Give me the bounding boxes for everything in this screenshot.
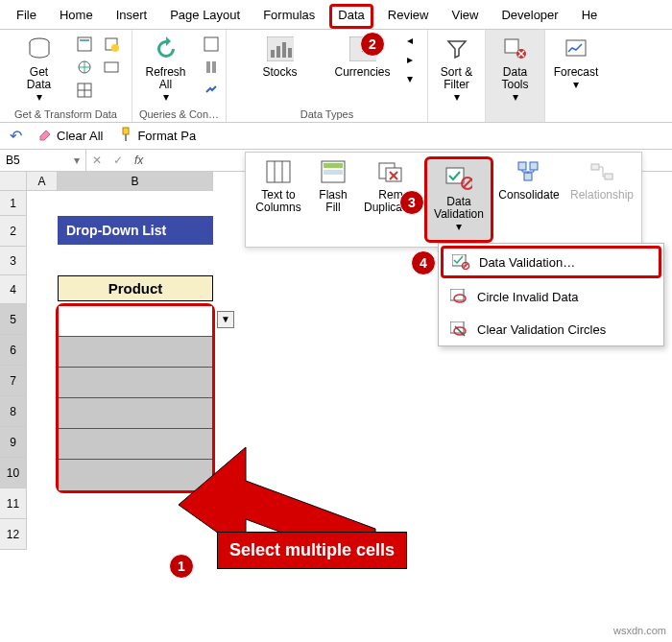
group-queries: Refresh All ▾ Queries & Con… [132, 30, 227, 122]
menu-clear-circles[interactable]: Clear Validation Circles [439, 313, 663, 345]
row-header-10[interactable]: 10 [0, 458, 27, 488]
title-cell: Drop-Down List [58, 216, 213, 245]
stocks-label: Stocks [262, 66, 297, 79]
group-label-queries: Queries & Con… [139, 107, 219, 120]
name-box[interactable]: B5 ▾ [0, 150, 86, 171]
row-header-9[interactable]: 9 [0, 427, 27, 458]
row-header-5[interactable]: 5 [0, 304, 27, 335]
group-label-types: Data Types [300, 107, 353, 120]
enter-icon[interactable]: ✓ [108, 154, 129, 167]
fx-icon[interactable]: fx [129, 154, 149, 167]
row-header-12[interactable]: 12 [0, 519, 27, 550]
sort-filter-label: Sort & Filter [441, 66, 472, 91]
consolidate-button[interactable]: Consolidate [493, 156, 564, 243]
relationships-icon [588, 158, 615, 185]
data-validation-icon [445, 165, 472, 192]
refresh-all-button[interactable]: Refresh All ▾ [137, 34, 195, 107]
stocks-button[interactable]: Stocks [242, 34, 319, 81]
select-all-corner[interactable] [0, 172, 27, 191]
row-header-1[interactable]: 1 [0, 191, 27, 216]
chevron-right-icon[interactable]: ▸ [407, 53, 413, 66]
tab-view[interactable]: View [443, 4, 487, 29]
funnel-icon [444, 36, 470, 62]
data-tools-icon [502, 36, 529, 62]
from-table-icon[interactable] [74, 80, 95, 101]
from-text-icon[interactable] [74, 34, 95, 55]
chevron-down-icon: ▾ [573, 79, 579, 91]
svg-rect-40 [518, 162, 526, 170]
menu-data-validation[interactable]: Data Validation… [441, 246, 661, 278]
data-tools-label: Data Tools [501, 66, 528, 91]
get-data-button[interactable]: Get Data ▾ [11, 34, 68, 107]
cell-b8[interactable] [59, 398, 212, 429]
tab-insert[interactable]: Insert [108, 4, 156, 29]
row-header-3[interactable]: 3 [0, 247, 27, 275]
chevron-down-icon: ▾ [74, 154, 80, 167]
row-header-6[interactable]: 6 [0, 335, 27, 366]
svg-rect-14 [271, 50, 275, 58]
row-header-7[interactable]: 7 [0, 366, 27, 396]
existing-connections-icon[interactable] [101, 57, 122, 78]
from-web-icon[interactable] [74, 57, 95, 78]
data-tools-button[interactable]: Data Tools ▾ [491, 34, 540, 107]
callout: Select multiple cells [217, 532, 407, 569]
more-types-icon[interactable]: ▾ [407, 72, 413, 85]
chevron-down-icon: ▼ [221, 314, 230, 324]
paintbrush-icon [118, 127, 133, 145]
flash-fill-button[interactable]: Flash Fill [309, 156, 357, 243]
row-header-8[interactable]: 8 [0, 396, 27, 427]
recent-sources-icon[interactable] [101, 34, 122, 55]
clear-all-button[interactable]: Clear All [37, 127, 103, 145]
ribbon-tabs: File Home Insert Page Layout Formulas Da… [0, 0, 672, 30]
forecast-icon [563, 36, 589, 62]
tab-developer[interactable]: Developer [492, 4, 566, 29]
database-icon [26, 36, 53, 62]
tab-formulas[interactable]: Formulas [254, 4, 324, 29]
svg-point-8 [111, 44, 119, 52]
callout-text: Select multiple cells [217, 532, 407, 569]
row-header-4[interactable]: 4 [0, 275, 27, 304]
dropdown-arrow-button[interactable]: ▼ [217, 311, 234, 328]
tab-file[interactable]: File [8, 4, 45, 29]
chevron-down-icon: ▾ [163, 91, 169, 104]
tab-page-layout[interactable]: Page Layout [161, 4, 249, 29]
group-get-transform: Get Data ▾ Get & Transform Data [0, 30, 132, 122]
group-data-types: Stocks ¤ Currencies ◂ ▸ ▾ Data Types [227, 30, 428, 122]
chevron-left-icon[interactable]: ◂ [407, 34, 413, 47]
tab-help[interactable]: He [573, 4, 607, 29]
sort-filter-button[interactable]: Sort & Filter ▾ [433, 34, 481, 107]
queries-icon[interactable] [201, 34, 222, 55]
cell-b5[interactable] [59, 306, 212, 337]
svg-rect-20 [505, 39, 518, 53]
svg-rect-15 [276, 46, 280, 58]
watermark: wsxdn.com [613, 625, 666, 636]
data-validation-button[interactable]: Data Validation ▾ [424, 156, 493, 243]
col-header-a[interactable]: A [27, 172, 58, 191]
cell-b6[interactable] [59, 337, 212, 368]
forecast-button[interactable]: Forecast ▾ [549, 34, 603, 93]
tab-home[interactable]: Home [51, 4, 102, 29]
svg-rect-9 [105, 62, 118, 72]
undo-button[interactable]: ↶ [10, 127, 22, 145]
edit-links-icon[interactable] [201, 80, 222, 101]
clear-circles-icon [450, 321, 468, 338]
data-tools-popup: Text to Columns Flash Fill Rem Duplicate… [245, 152, 642, 248]
svg-rect-2 [80, 39, 89, 41]
validation-check-icon [452, 253, 469, 271]
menu-circle-invalid[interactable]: Circle Invalid Data [439, 280, 663, 313]
cell-b7[interactable] [59, 368, 212, 398]
row-header-2[interactable]: 2 [0, 216, 27, 247]
cancel-icon[interactable]: ✕ [86, 154, 108, 167]
secondary-toolbar: ↶ Clear All Format Pa [0, 123, 672, 150]
svg-rect-12 [212, 61, 216, 73]
row-header-11[interactable]: 11 [0, 488, 27, 519]
svg-rect-32 [324, 170, 343, 175]
tab-data[interactable]: Data [329, 4, 372, 29]
properties-icon[interactable] [201, 57, 222, 78]
text-to-columns-button[interactable]: Text to Columns [248, 156, 309, 243]
col-header-b[interactable]: B [58, 172, 213, 191]
svg-rect-17 [288, 48, 292, 58]
tab-review[interactable]: Review [379, 4, 438, 29]
format-painter-button[interactable]: Format Pa [118, 127, 196, 145]
flash-fill-icon [320, 158, 347, 185]
